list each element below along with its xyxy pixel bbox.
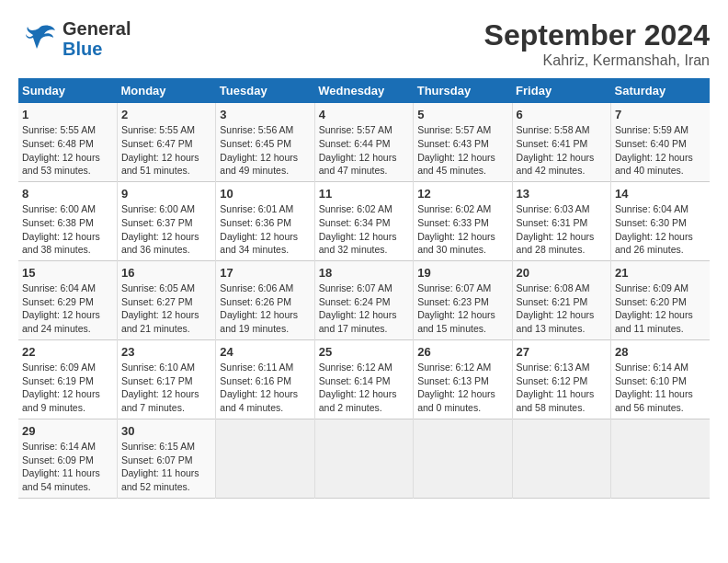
calendar-cell: 27Sunrise: 6:13 AMSunset: 6:12 PMDayligh…: [512, 339, 610, 419]
day-number: 11: [319, 187, 332, 201]
sunset-label: Sunset: 6:31 PM: [517, 217, 588, 228]
day-number: 20: [517, 266, 529, 280]
day-number: 30: [121, 424, 134, 438]
calendar-cell: [611, 419, 710, 498]
sunset-label: Sunset: 6:43 PM: [417, 138, 489, 149]
calendar-row: 29Sunrise: 6:14 AMSunset: 6:09 PMDayligh…: [18, 419, 710, 498]
day-number: 13: [517, 187, 529, 201]
daylight-label: Daylight: 12 hours and 26 minutes.: [615, 231, 693, 256]
calendar-cell: 12Sunrise: 6:02 AMSunset: 6:33 PMDayligh…: [414, 181, 512, 260]
sunrise-label: Sunrise: 6:12 AM: [319, 362, 392, 373]
calendar-cell: [414, 419, 512, 498]
sunset-label: Sunset: 6:12 PM: [517, 375, 588, 386]
calendar-cell: 10Sunrise: 6:01 AMSunset: 6:36 PMDayligh…: [216, 181, 314, 260]
daylight-label: Daylight: 12 hours and 9 minutes.: [22, 388, 100, 413]
calendar-cell: 14Sunrise: 6:04 AMSunset: 6:30 PMDayligh…: [611, 181, 710, 260]
sunrise-label: Sunrise: 6:12 AM: [417, 362, 491, 373]
sunset-label: Sunset: 6:26 PM: [220, 296, 291, 307]
daylight-label: Daylight: 12 hours and 51 minutes.: [121, 152, 199, 177]
header-friday: Friday: [512, 78, 610, 103]
calendar-cell: 23Sunrise: 6:10 AMSunset: 6:17 PMDayligh…: [117, 339, 215, 419]
calendar-cell: 19Sunrise: 6:07 AMSunset: 6:23 PMDayligh…: [414, 260, 512, 339]
day-number: 6: [517, 108, 523, 121]
calendar-cell: [512, 419, 610, 498]
calendar-header-row: Sunday Monday Tuesday Wednesday Thursday…: [18, 78, 710, 103]
daylight-label: Daylight: 12 hours and 53 minutes.: [22, 152, 100, 177]
sunrise-label: Sunrise: 5:55 AM: [121, 124, 195, 135]
daylight-label: Daylight: 12 hours and 24 minutes.: [22, 309, 100, 334]
sunset-label: Sunset: 6:17 PM: [121, 375, 193, 386]
header-tuesday: Tuesday: [216, 78, 314, 103]
calendar-cell: 9Sunrise: 6:00 AMSunset: 6:37 PMDaylight…: [117, 181, 215, 260]
calendar-cell: 11Sunrise: 6:02 AMSunset: 6:34 PMDayligh…: [314, 181, 413, 260]
day-number: 15: [22, 266, 35, 280]
daylight-label: Daylight: 12 hours and 32 minutes.: [319, 231, 397, 256]
sunset-label: Sunset: 6:16 PM: [220, 375, 291, 386]
sunrise-label: Sunrise: 6:03 AM: [517, 203, 590, 214]
calendar-cell: [216, 419, 314, 498]
calendar-cell: 1Sunrise: 5:55 AMSunset: 6:48 PMDaylight…: [18, 103, 117, 181]
sunrise-label: Sunrise: 5:57 AM: [319, 124, 392, 135]
calendar-cell: 29Sunrise: 6:14 AMSunset: 6:09 PMDayligh…: [18, 419, 117, 498]
sunrise-label: Sunrise: 6:14 AM: [615, 362, 688, 373]
calendar-cell: 26Sunrise: 6:12 AMSunset: 6:13 PMDayligh…: [414, 339, 512, 419]
header-monday: Monday: [117, 78, 215, 103]
day-number: 14: [615, 187, 628, 201]
calendar-cell: 4Sunrise: 5:57 AMSunset: 6:44 PMDaylight…: [314, 103, 413, 181]
sunset-label: Sunset: 6:33 PM: [417, 217, 489, 228]
sunset-label: Sunset: 6:37 PM: [121, 217, 193, 228]
day-number: 9: [121, 187, 128, 201]
calendar-cell: 28Sunrise: 6:14 AMSunset: 6:10 PMDayligh…: [611, 339, 710, 419]
sunset-label: Sunset: 6:14 PM: [319, 375, 391, 386]
sunset-label: Sunset: 6:13 PM: [417, 375, 489, 386]
sunset-label: Sunset: 6:38 PM: [22, 217, 94, 228]
day-number: 18: [319, 266, 332, 280]
calendar-row: 15Sunrise: 6:04 AMSunset: 6:29 PMDayligh…: [18, 260, 710, 339]
header-wednesday: Wednesday: [314, 78, 413, 103]
daylight-label: Daylight: 12 hours and 30 minutes.: [417, 231, 495, 256]
sunset-label: Sunset: 6:07 PM: [121, 454, 193, 465]
sunrise-label: Sunrise: 6:07 AM: [319, 282, 392, 293]
calendar-cell: 15Sunrise: 6:04 AMSunset: 6:29 PMDayligh…: [18, 260, 117, 339]
daylight-label: Daylight: 12 hours and 2 minutes.: [319, 388, 397, 413]
sunset-label: Sunset: 6:29 PM: [22, 296, 94, 307]
daylight-label: Daylight: 11 hours and 52 minutes.: [121, 467, 199, 492]
calendar-cell: 7Sunrise: 5:59 AMSunset: 6:40 PMDaylight…: [611, 103, 710, 181]
day-number: 8: [22, 187, 28, 201]
sunrise-label: Sunrise: 5:56 AM: [220, 124, 293, 135]
sunrise-label: Sunrise: 6:10 AM: [121, 362, 195, 373]
calendar-cell: 17Sunrise: 6:06 AMSunset: 6:26 PMDayligh…: [216, 260, 314, 339]
day-number: 3: [220, 108, 226, 121]
sunset-label: Sunset: 6:24 PM: [319, 296, 391, 307]
daylight-label: Daylight: 12 hours and 38 minutes.: [22, 231, 100, 256]
sunrise-label: Sunrise: 6:08 AM: [517, 282, 590, 293]
calendar-cell: 30Sunrise: 6:15 AMSunset: 6:07 PMDayligh…: [117, 419, 215, 498]
daylight-label: Daylight: 12 hours and 49 minutes.: [220, 152, 298, 177]
sunset-label: Sunset: 6:47 PM: [121, 138, 193, 149]
sunset-label: Sunset: 6:09 PM: [22, 454, 94, 465]
day-number: 27: [517, 345, 529, 359]
daylight-label: Daylight: 12 hours and 4 minutes.: [220, 388, 298, 413]
day-number: 28: [615, 345, 628, 359]
logo-line2: Blue: [63, 39, 131, 59]
sunrise-label: Sunrise: 6:00 AM: [22, 203, 96, 214]
sunset-label: Sunset: 6:40 PM: [615, 138, 687, 149]
day-number: 2: [121, 108, 128, 121]
sunrise-label: Sunrise: 6:07 AM: [417, 282, 491, 293]
day-number: 4: [319, 108, 325, 121]
day-number: 26: [417, 345, 430, 359]
daylight-label: Daylight: 12 hours and 47 minutes.: [319, 152, 397, 177]
calendar-cell: 21Sunrise: 6:09 AMSunset: 6:20 PMDayligh…: [611, 260, 710, 339]
day-number: 16: [121, 266, 134, 280]
sunset-label: Sunset: 6:20 PM: [615, 296, 687, 307]
sunrise-label: Sunrise: 5:58 AM: [517, 124, 590, 135]
daylight-label: Daylight: 12 hours and 19 minutes.: [220, 309, 298, 334]
calendar-table: Sunday Monday Tuesday Wednesday Thursday…: [18, 78, 710, 499]
calendar-cell: 16Sunrise: 6:05 AMSunset: 6:27 PMDayligh…: [117, 260, 215, 339]
sunrise-label: Sunrise: 6:15 AM: [121, 441, 195, 452]
daylight-label: Daylight: 12 hours and 28 minutes.: [517, 231, 595, 256]
day-number: 12: [417, 187, 430, 201]
daylight-label: Daylight: 12 hours and 0 minutes.: [417, 388, 495, 413]
day-number: 1: [22, 108, 28, 121]
header-sunday: Sunday: [18, 78, 117, 103]
